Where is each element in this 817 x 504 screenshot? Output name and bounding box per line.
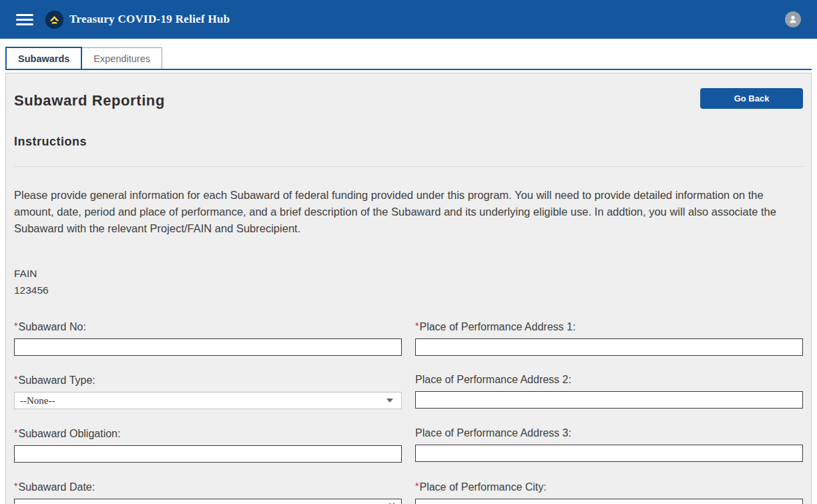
field-label: Subaward Type:	[18, 374, 95, 386]
app-header: Treasury COVID-19 Relief Hub	[0, 0, 817, 39]
required-icon: *	[415, 320, 419, 331]
field-label: Place of Performance Address 2:	[415, 374, 571, 385]
field-label: Place of Performance Address 1:	[419, 321, 575, 332]
tab-bar: Subawards Expenditures	[0, 39, 817, 70]
subaward-reporting-panel: Subaward Reporting Go Back Instructions …	[5, 73, 812, 504]
page-title: Subaward Reporting	[14, 92, 165, 109]
subaward-obligation-input[interactable]	[14, 445, 402, 463]
fain-value: 123456	[14, 282, 803, 298]
pop-city-input[interactable]	[415, 499, 803, 504]
required-icon: *	[14, 427, 17, 438]
pop-address-2-input[interactable]	[415, 391, 803, 409]
field-pop-address-1: *Place of Performance Address 1:	[415, 320, 803, 356]
selected-option: --None--	[20, 395, 55, 407]
app-title: Treasury COVID-19 Relief Hub	[69, 13, 230, 26]
divider	[14, 166, 803, 167]
field-label: Subaward No:	[18, 321, 85, 332]
instructions-paragraph: Please provide general information for e…	[14, 187, 785, 237]
subaward-no-input[interactable]	[14, 338, 402, 356]
required-icon: *	[415, 481, 419, 491]
field-label: Place of Performance City:	[419, 481, 546, 493]
field-subaward-type: *Subaward Type: --None--	[14, 374, 402, 409]
tab-expenditures[interactable]: Expenditures	[82, 47, 162, 69]
user-avatar-icon[interactable]	[785, 11, 801, 27]
required-icon: *	[14, 481, 17, 491]
field-pop-city: *Place of Performance City:	[415, 481, 803, 504]
fain-label: FAIN	[14, 265, 803, 282]
subaward-date-input[interactable]	[14, 499, 402, 504]
instructions-heading: Instructions	[14, 135, 803, 149]
pop-address-1-input[interactable]	[415, 338, 803, 356]
field-subaward-no: *Subaward No:	[14, 320, 402, 356]
tab-subawards[interactable]: Subawards	[5, 47, 82, 69]
field-pop-address-2: Place of Performance Address 2:	[415, 374, 803, 409]
field-subaward-date: *Subaward Date:	[14, 481, 402, 504]
field-subaward-obligation: *Subaward Obligation:	[14, 427, 402, 463]
required-icon: *	[14, 374, 17, 385]
subaward-form: *Subaward No: *Place of Performance Addr…	[14, 320, 803, 504]
required-icon: *	[14, 320, 17, 331]
treasury-logo-icon	[45, 11, 63, 29]
subaward-type-select[interactable]: --None--	[14, 392, 402, 409]
chevron-down-icon	[386, 399, 393, 403]
field-label: Subaward Obligation:	[18, 428, 120, 439]
go-back-button[interactable]: Go Back	[700, 88, 803, 109]
field-pop-address-3: Place of Performance Address 3:	[415, 427, 803, 463]
field-label: Subaward Date:	[18, 481, 95, 493]
pop-address-3-input[interactable]	[415, 445, 803, 462]
fain-block: FAIN 123456	[14, 265, 803, 298]
field-label: Place of Performance Address 3:	[415, 427, 571, 439]
hamburger-menu-icon[interactable]	[16, 11, 33, 28]
